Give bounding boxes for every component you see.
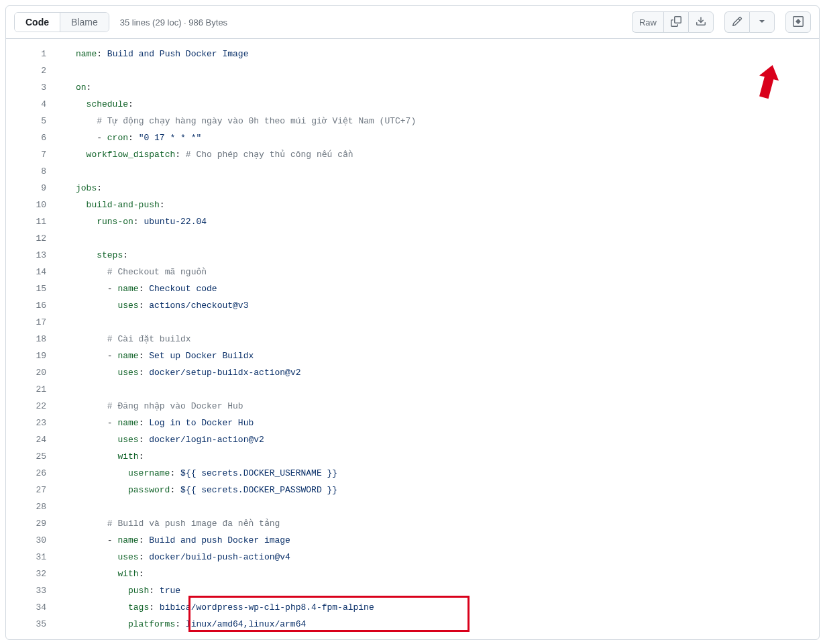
file-info: 35 lines (29 loc) · 986 Bytes [120, 17, 227, 28]
line-number[interactable]: 7 [6, 146, 53, 163]
line-number[interactable]: 18 [6, 331, 53, 347]
code-line: with: [62, 448, 819, 465]
code-line: - name: Build and push Docker image [62, 532, 819, 549]
code-line: build-and-push: [62, 197, 819, 213]
line-number[interactable]: 15 [6, 280, 53, 297]
file-view-container: Code Blame 35 lines (29 loc) · 986 Bytes… [5, 5, 820, 640]
line-number[interactable]: 12 [6, 230, 53, 247]
tab-group: Code Blame [14, 12, 109, 32]
code-line: uses: docker/setup-buildx-action@v2 [62, 364, 819, 381]
line-number[interactable]: 5 [6, 113, 53, 129]
line-number[interactable]: 34 [6, 599, 53, 616]
code-line [62, 381, 819, 398]
tab-code[interactable]: Code [15, 13, 60, 32]
line-number[interactable]: 35 [6, 616, 53, 633]
code-line: # Cài đặt buildx [62, 331, 819, 347]
code-line: - name: Set up Docker Buildx [62, 347, 819, 364]
line-number[interactable]: 32 [6, 566, 53, 582]
code-line: # Build và push image đa nền tảng [62, 515, 819, 532]
line-number[interactable]: 2 [6, 62, 53, 79]
code-line: # Tự động chạy hàng ngày vào 0h theo múi… [62, 113, 819, 129]
line-number[interactable]: 10 [6, 197, 53, 213]
line-number[interactable]: 23 [6, 415, 53, 431]
line-number[interactable]: 21 [6, 381, 53, 398]
line-number[interactable]: 33 [6, 582, 53, 599]
line-number[interactable]: 3 [6, 79, 53, 96]
line-number[interactable]: 29 [6, 515, 53, 532]
code-line: - name: Checkout code [62, 280, 819, 297]
code-line: push: true [62, 582, 819, 599]
code-line: runs-on: ubuntu-22.04 [62, 213, 819, 230]
line-number[interactable]: 14 [6, 264, 53, 280]
edit-menu-button[interactable] [749, 11, 775, 33]
line-number[interactable]: 16 [6, 297, 53, 314]
symbols-icon [793, 16, 804, 29]
line-number[interactable]: 26 [6, 465, 53, 482]
symbols-button[interactable] [785, 11, 811, 33]
line-number[interactable]: 28 [6, 498, 53, 515]
edit-button[interactable] [724, 11, 749, 33]
code-line: workflow_dispatch: # Cho phép chạy thủ c… [62, 146, 819, 163]
code-line: - name: Log in to Docker Hub [62, 415, 819, 431]
line-number[interactable]: 20 [6, 364, 53, 381]
code-line: password: ${{ secrets.DOCKER_PASSWORD }} [62, 482, 819, 498]
copy-icon [671, 16, 681, 29]
code-line: with: [62, 566, 819, 582]
code-line [62, 498, 819, 515]
code-line: # Đăng nhập vào Docker Hub [62, 398, 819, 415]
line-number[interactable]: 31 [6, 549, 53, 566]
code-line: uses: docker/login-action@v2 [62, 431, 819, 448]
line-number[interactable]: 9 [6, 180, 53, 197]
line-number[interactable]: 25 [6, 448, 53, 465]
code-line: schedule: [62, 96, 819, 113]
chevron-down-icon [757, 16, 767, 29]
raw-button[interactable]: Raw [632, 11, 663, 33]
code-line: on: [62, 79, 819, 96]
line-number[interactable]: 22 [6, 398, 53, 415]
tab-blame[interactable]: Blame [60, 13, 109, 32]
code-line [62, 314, 819, 331]
line-numbers: 1234567891011121314151617181920212223242… [6, 39, 62, 639]
code-line [62, 62, 819, 79]
line-number[interactable]: 24 [6, 431, 53, 448]
toolbar: Code Blame 35 lines (29 loc) · 986 Bytes… [6, 6, 819, 39]
code-area: 1234567891011121314151617181920212223242… [6, 39, 819, 639]
copy-button[interactable] [663, 11, 688, 33]
line-number[interactable]: 30 [6, 532, 53, 549]
code-line: - cron: "0 17 * * *" [62, 129, 819, 146]
raw-group: Raw [632, 11, 714, 33]
code-line [62, 163, 819, 180]
code-line [62, 230, 819, 247]
pencil-icon [732, 16, 742, 29]
code-line: name: Build and Push Docker Image [62, 46, 819, 62]
line-number[interactable]: 1 [6, 46, 53, 62]
line-number[interactable]: 27 [6, 482, 53, 498]
line-number[interactable]: 6 [6, 129, 53, 146]
code-line: platforms: linux/amd64,linux/arm64 [62, 616, 819, 633]
edit-group [724, 11, 775, 33]
line-number[interactable]: 4 [6, 96, 53, 113]
line-number[interactable]: 19 [6, 347, 53, 364]
code-line: steps: [62, 247, 819, 264]
download-icon [696, 16, 706, 29]
code-line: uses: docker/build-push-action@v4 [62, 549, 819, 566]
line-number[interactable]: 17 [6, 314, 53, 331]
code-content[interactable]: name: Build and Push Docker Image on: sc… [62, 39, 819, 639]
line-number[interactable]: 13 [6, 247, 53, 264]
code-line: uses: actions/checkout@v3 [62, 297, 819, 314]
line-number[interactable]: 8 [6, 163, 53, 180]
code-line: username: ${{ secrets.DOCKER_USERNAME }} [62, 465, 819, 482]
download-button[interactable] [688, 11, 714, 33]
code-line: # Checkout mã nguồn [62, 264, 819, 280]
code-line: jobs: [62, 180, 819, 197]
code-line: tags: bibica/wordpress-wp-cli-php8.4-fpm… [62, 599, 819, 616]
line-number[interactable]: 11 [6, 213, 53, 230]
